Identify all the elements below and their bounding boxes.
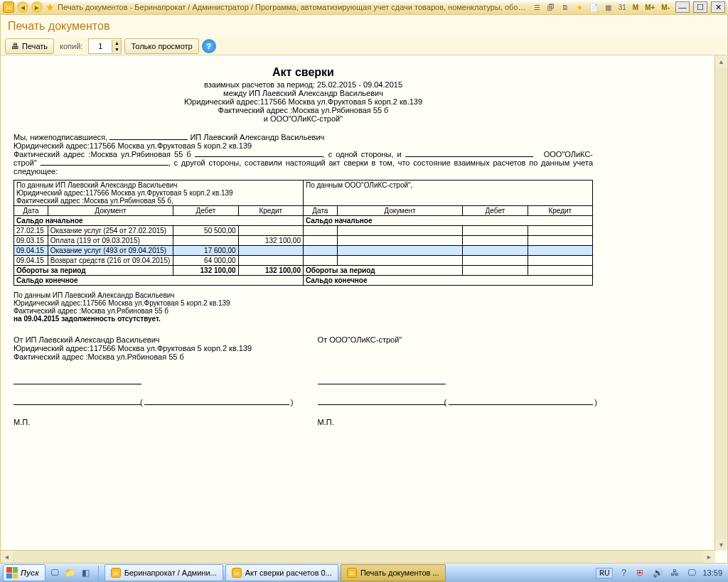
tb-action-4[interactable]: ★ bbox=[574, 1, 586, 13]
titlebar-actions: ☰ 🗐 🗎 ★ 📄 ▦ 31 M M+ M- — ☐ ✕ bbox=[531, 1, 725, 13]
window-title-text: Печать документов - Беринапрокат / Админ… bbox=[58, 3, 528, 11]
m-button[interactable]: M bbox=[631, 1, 641, 13]
tb-action-6[interactable]: ▦ bbox=[602, 1, 614, 13]
tb-action-3[interactable]: 🗎 bbox=[560, 1, 572, 13]
calendar-icon[interactable]: 31 bbox=[616, 1, 628, 13]
close-button[interactable]: ✕ bbox=[711, 1, 725, 13]
m-minus-button[interactable]: M- bbox=[659, 1, 672, 13]
app-titlebar: 1c ◄ ► ★ Печать документов - Беринапрока… bbox=[0, 0, 728, 14]
tb-action-1[interactable]: ☰ bbox=[531, 1, 543, 13]
m-plus-button[interactable]: M+ bbox=[643, 1, 657, 13]
app-icon: 1c bbox=[3, 1, 14, 13]
tb-action-2[interactable]: 🗐 bbox=[545, 1, 557, 13]
nav-back-button[interactable]: ◄ bbox=[17, 1, 28, 13]
favorite-icon[interactable]: ★ bbox=[46, 1, 55, 13]
maximize-button[interactable]: ☐ bbox=[693, 1, 707, 13]
tb-action-5[interactable]: 📄 bbox=[588, 1, 600, 13]
minimize-button[interactable]: — bbox=[675, 1, 690, 13]
nav-forward-button[interactable]: ► bbox=[31, 1, 43, 13]
